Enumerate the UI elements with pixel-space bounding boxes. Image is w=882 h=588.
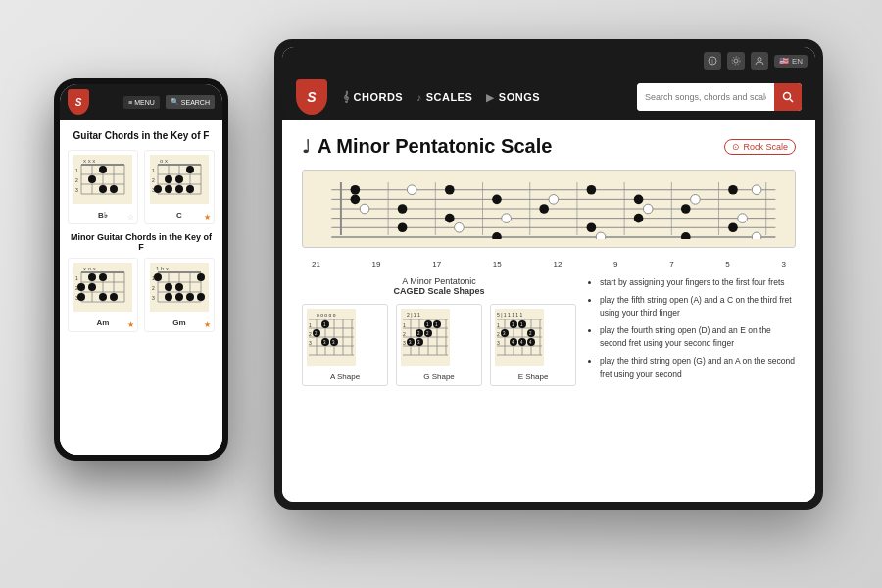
phone-section-1-title: Guitar Chords in the Key of F bbox=[68, 129, 215, 142]
svg-text:1: 1 bbox=[497, 322, 500, 328]
caged-section: A Minor Pentatonic CAGED Scale Shapes o … bbox=[302, 276, 796, 386]
am-chord-star[interactable]: ★ bbox=[127, 320, 134, 329]
phone-nav-right: ≡ MENU 🔍 SEARCH bbox=[123, 95, 215, 109]
svg-text:1: 1 bbox=[152, 168, 155, 173]
svg-point-188 bbox=[77, 293, 85, 301]
gm-chord-star[interactable]: ★ bbox=[204, 320, 211, 329]
info-icon[interactable]: i bbox=[704, 52, 721, 70]
svg-point-49 bbox=[738, 214, 748, 223]
tablet-logo: S bbox=[296, 79, 327, 115]
svg-point-210 bbox=[186, 293, 194, 301]
svg-point-189 bbox=[99, 293, 107, 301]
svg-point-211 bbox=[175, 293, 183, 301]
svg-point-164 bbox=[175, 175, 183, 183]
settings-icon[interactable] bbox=[727, 52, 745, 70]
svg-point-45 bbox=[549, 195, 559, 205]
scale-header: ♩ A Minor Pentatonic Scale ⊙ Rock Scale bbox=[302, 135, 796, 158]
tablet-content: ♩ A Minor Pentatonic Scale ⊙ Rock Scale bbox=[282, 120, 815, 502]
play-icon: ▶ bbox=[486, 92, 495, 103]
scale-type-badge[interactable]: ⊙ Rock Scale bbox=[724, 139, 796, 155]
svg-text:2: 2 bbox=[403, 331, 406, 337]
circle-icon: ⊙ bbox=[732, 142, 740, 152]
svg-point-161 bbox=[186, 166, 194, 173]
svg-point-43 bbox=[455, 222, 465, 232]
svg-point-143 bbox=[99, 166, 107, 173]
music-note-icon: ♩ bbox=[302, 136, 310, 158]
svg-point-212 bbox=[197, 293, 205, 301]
svg-text:5 | 1 1 1 1 1: 5 | 1 1 1 1 1 bbox=[497, 312, 523, 318]
svg-point-47 bbox=[643, 204, 653, 214]
phone-chord-row-2: x o x 1 bbox=[68, 258, 215, 332]
svg-point-2 bbox=[734, 59, 738, 63]
search-input[interactable] bbox=[637, 83, 774, 111]
svg-point-25 bbox=[351, 195, 361, 205]
scale-title: ♩ A Minor Pentatonic Scale bbox=[302, 135, 552, 158]
svg-point-46 bbox=[596, 232, 606, 239]
svg-point-50 bbox=[752, 185, 761, 195]
svg-text:2: 2 bbox=[75, 177, 78, 183]
nav-scales[interactable]: ♪ SCALES bbox=[416, 91, 472, 103]
bb-chord-diagram: x x x 1 2 bbox=[73, 155, 133, 204]
svg-text:2: 2 bbox=[152, 177, 155, 183]
scene: i 🇺🇸 EN S � bbox=[0, 0, 882, 588]
svg-point-183 bbox=[99, 273, 107, 281]
svg-point-4 bbox=[758, 58, 761, 62]
svg-text:2: 2 bbox=[152, 285, 155, 291]
tablet-navbar: S 𝄞 CHORDS ♪ SCALES ▶ SONGS bbox=[282, 74, 815, 120]
fretboard-svg bbox=[313, 178, 785, 239]
svg-text:1: 1 bbox=[309, 322, 312, 328]
bb-chord-star[interactable]: ☆ bbox=[127, 213, 134, 221]
svg-point-33 bbox=[587, 185, 597, 195]
svg-text:i: i bbox=[711, 58, 713, 65]
svg-point-41 bbox=[360, 204, 369, 214]
svg-point-32 bbox=[539, 204, 549, 214]
phone-device: S ≡ MENU 🔍 SEARCH Guitar Chords in the K… bbox=[54, 78, 228, 461]
svg-text:x  o  x: x o x bbox=[83, 266, 96, 271]
svg-text:1: 1 bbox=[75, 275, 78, 281]
svg-point-207 bbox=[175, 283, 183, 291]
caged-shapes-area: A Minor Pentatonic CAGED Scale Shapes o … bbox=[302, 276, 576, 386]
svg-text:3: 3 bbox=[497, 340, 500, 346]
nav-chords[interactable]: 𝄞 CHORDS bbox=[343, 91, 403, 103]
phone-chord-row-1: x x x 1 2 bbox=[68, 150, 215, 224]
caged-shape-e: 5 | 1 1 1 1 1 bbox=[490, 304, 576, 386]
svg-point-166 bbox=[154, 185, 162, 193]
phone-content: Guitar Chords in the Key of F x x x bbox=[60, 120, 222, 455]
user-icon[interactable] bbox=[751, 52, 768, 70]
svg-point-40 bbox=[728, 222, 738, 232]
bars-icon: 𝄞 bbox=[343, 91, 350, 103]
c-chord-star[interactable]: ★ bbox=[204, 213, 211, 221]
c-chord-name: C bbox=[149, 211, 210, 220]
fret-numbers: 21 19 17 15 12 9 7 5 3 bbox=[302, 258, 796, 269]
svg-point-51 bbox=[752, 232, 761, 239]
tablet-screen: i 🇺🇸 EN S � bbox=[282, 47, 815, 502]
svg-text:o  x: o x bbox=[160, 158, 168, 164]
search-button[interactable] bbox=[774, 83, 802, 111]
svg-text:1  b  x: 1 b x bbox=[156, 266, 169, 271]
svg-point-37 bbox=[681, 204, 691, 214]
tip-4: play the third string open (G) and an A … bbox=[600, 355, 796, 381]
phone-chord-bb: x x x 1 2 bbox=[68, 150, 138, 224]
svg-text:3: 3 bbox=[309, 340, 312, 346]
am-chord-name: Am bbox=[73, 318, 133, 327]
svg-point-206 bbox=[165, 283, 172, 291]
svg-point-168 bbox=[175, 185, 183, 193]
phone-section-2-title: Minor Guitar Chords in the Key of F bbox=[68, 232, 215, 252]
phone-chord-gm: 1 b x 1 bbox=[144, 258, 215, 332]
phone-chord-am: x o x 1 bbox=[68, 258, 138, 332]
phone-search-button[interactable]: 🔍 SEARCH bbox=[166, 95, 215, 109]
bb-chord-name: B♭ bbox=[73, 211, 133, 220]
language-selector[interactable]: 🇺🇸 EN bbox=[774, 55, 808, 68]
caged-shape-a: o o o o o bbox=[302, 304, 388, 386]
phone-menu-button[interactable]: ≡ MENU bbox=[123, 96, 160, 109]
nav-songs[interactable]: ▶ SONGS bbox=[486, 91, 540, 103]
tablet-device: i 🇺🇸 EN S � bbox=[274, 39, 823, 510]
c-chord-diagram: o x 1 2 bbox=[149, 155, 210, 204]
svg-point-163 bbox=[165, 175, 172, 183]
svg-text:o o o o o: o o o o o bbox=[317, 312, 336, 318]
svg-point-209 bbox=[165, 293, 172, 301]
svg-point-204 bbox=[197, 273, 205, 281]
phone-navbar: S ≡ MENU 🔍 SEARCH bbox=[60, 84, 222, 120]
svg-text:2: 2 bbox=[497, 331, 500, 337]
phone-screen: S ≡ MENU 🔍 SEARCH Guitar Chords in the K… bbox=[60, 84, 222, 455]
